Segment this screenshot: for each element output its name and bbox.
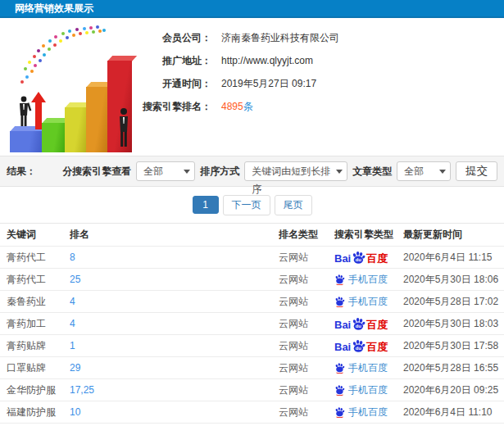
rank-cell: 4 (70, 318, 279, 329)
mobile-baidu-label: 手机百度 (348, 273, 388, 287)
rank-link[interactable]: 10 (70, 406, 80, 418)
article-type-select[interactable]: 全部 (397, 161, 451, 181)
mobile-baidu-label: 手机百度 (348, 406, 388, 419)
rank-type-cell: 云网站 (279, 317, 334, 331)
page-1-button[interactable]: 1 (193, 196, 219, 214)
update-time-cell: 2020年6月4日 11:10 (403, 406, 504, 419)
promo-url-link[interactable]: http://www.qlyyjt.com (221, 55, 313, 66)
baidu-paw-icon: du (352, 251, 366, 264)
engine-cell: 手机百度 (334, 406, 403, 419)
svg-text:du: du (356, 324, 362, 329)
rank-type-cell: 云网站 (279, 406, 334, 419)
engine-cell: 手机百度 (334, 295, 403, 309)
keyword-cell: 膏药加工 (7, 317, 70, 331)
rank-cell: 25 (70, 274, 279, 285)
table-row: 膏药贴牌1云网站Bai du 百度2020年5月30日 17:58 (0, 335, 504, 357)
title-bar: 网络营销效果展示 (0, 0, 504, 18)
mobile-baidu-label: 手机百度 (348, 361, 388, 375)
engine-filter-value: 全部 (143, 165, 163, 177)
update-time-cell: 2020年5月28日 16:55 (403, 361, 504, 375)
rank-link[interactable]: 1 (70, 340, 75, 351)
engine-filter-select[interactable]: 全部 (136, 161, 195, 181)
last-page-button[interactable]: 尾页 (275, 195, 312, 215)
rank-count-label: 搜索引擎排名： (139, 100, 211, 114)
rank-link[interactable]: 25 (70, 274, 80, 285)
company-link[interactable]: 济南秦鲁药业科技有限公司 (221, 31, 339, 45)
baidu-paw-icon (334, 385, 345, 396)
table-row: 膏药代工25云网站 手机百度2020年5月30日 18:06 (0, 269, 504, 291)
header-rank-type: 排名类型 (279, 228, 334, 242)
update-time-cell: 2020年5月30日 18:03 (403, 317, 504, 331)
rank-type-cell: 云网站 (279, 361, 334, 375)
mobile-baidu-logo: 手机百度 (334, 383, 388, 397)
baidu-paw-icon (334, 363, 345, 374)
chart-bar-yellow (65, 107, 88, 152)
baidu-logo-bai-text: Bai (334, 320, 351, 330)
baidu-paw-icon (334, 274, 345, 285)
baidu-logo: Bai du 百度 (334, 251, 388, 264)
keyword-cell: 金华防护服 (7, 383, 70, 397)
baidu-logo: Bai du 百度 (334, 317, 388, 330)
rank-link[interactable]: 17,25 (70, 384, 94, 396)
rank-type-cell: 云网站 (279, 273, 334, 287)
baidu-paw-icon (334, 297, 345, 307)
table-row: 福建防护服10云网站 手机百度2020年6月4日 11:10 (0, 401, 504, 424)
rank-link[interactable]: 4 (70, 296, 75, 307)
submit-button[interactable]: 提交 (456, 161, 497, 181)
next-page-button[interactable]: 下一页 (223, 195, 270, 215)
sort-filter-label: 排序方式 (200, 165, 239, 179)
rank-type-cell: 云网站 (279, 251, 334, 265)
member-info-panel: 会员公司： 济南秦鲁药业科技有限公司 推广地址： http://www.qlyy… (139, 26, 500, 118)
table-row: 膏药加工4云网站Bai du 百度2020年5月30日 18:03 (0, 313, 504, 335)
rank-type-cell: 云网站 (279, 339, 334, 353)
rank-cell: 4 (70, 296, 279, 307)
open-time-label: 开通时间： (139, 77, 211, 91)
rank-link[interactable]: 4 (70, 318, 75, 329)
engine-cell: 手机百度 (334, 383, 403, 397)
engine-cell: 手机百度 (334, 361, 403, 375)
mobile-baidu-logo: 手机百度 (334, 361, 388, 375)
baidu-paw-icon: du (352, 339, 366, 352)
table-row: 膏药代工8云网站Bai du 百度2020年6月4日 11:15 (0, 247, 504, 269)
mobile-baidu-logo: 手机百度 (334, 273, 388, 287)
update-time-cell: 2020年6月4日 11:15 (403, 251, 504, 265)
results-table: 关键词 排名 排名类型 搜索引擎类型 最新更新时间 膏药代工8云网站Bai du… (0, 223, 504, 426)
keyword-cell: 秦鲁药业 (7, 295, 70, 309)
open-time-value: 2019年5月27日 09:17 (221, 77, 316, 91)
baidu-logo-cn-text: 百度 (366, 342, 388, 352)
mobile-baidu-label: 手机百度 (348, 295, 388, 309)
rank-link[interactable]: 8 (70, 252, 75, 263)
rank-type-cell: 云网站 (279, 295, 334, 309)
baidu-logo-bai-text: Bai (334, 342, 351, 352)
info-row-rank-count: 搜索引擎排名： 4895条 (139, 95, 500, 118)
header-keyword: 关键词 (7, 228, 70, 242)
keyword-cell: 膏药代工 (7, 273, 70, 287)
baidu-logo-cn-text: 百度 (366, 320, 388, 330)
info-row-open-time: 开通时间： 2019年5月27日 09:17 (139, 72, 500, 95)
promo-url-label: 推广地址： (139, 54, 211, 68)
bar-chart-illustration (4, 31, 148, 152)
baidu-paw-icon: du (352, 317, 366, 330)
sort-filter-select[interactable]: 关键词由短到长排序 (244, 161, 347, 181)
keyword-cell: 膏药贴牌 (7, 339, 70, 353)
mobile-baidu-logo: 手机百度 (334, 406, 388, 419)
rank-cell: 10 (70, 406, 279, 418)
rank-count-unit: 条 (243, 101, 253, 112)
rank-type-cell: 云网站 (279, 383, 334, 397)
chart-bar-orange (86, 87, 110, 152)
header-update-time: 最新更新时间 (403, 228, 504, 242)
engine-cell: Bai du 百度 (334, 317, 403, 330)
table-header-row: 关键词 排名 排名类型 搜索引擎类型 最新更新时间 (0, 224, 504, 247)
up-arrow-icon (31, 92, 46, 129)
baidu-logo: Bai du 百度 (334, 339, 388, 352)
page-title: 网络营销效果展示 (15, 0, 93, 16)
rank-count-number: 4895 (221, 101, 243, 112)
rank-cell: 17,25 (70, 384, 279, 396)
table-row: 口罩贴牌29云网站 手机百度2020年5月28日 16:55 (0, 357, 504, 379)
update-time-cell: 2020年5月30日 17:58 (403, 339, 504, 353)
chevron-down-icon (184, 170, 190, 174)
confetti-decoration (20, 80, 24, 84)
filter-bar: 结果： 分搜索引擎查看 全部 排序方式 关键词由短到长排序 文章类型 全部 提交 (0, 156, 504, 187)
baidu-logo-bai-text: Bai (334, 253, 351, 264)
rank-link[interactable]: 29 (70, 362, 80, 374)
